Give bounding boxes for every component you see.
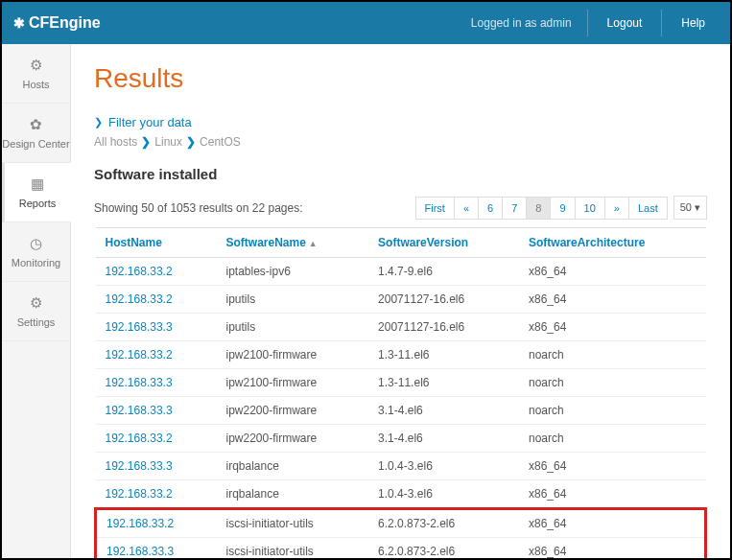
- software-name: ipw2100-firmware: [216, 341, 368, 369]
- pager-page-9[interactable]: 9: [550, 197, 575, 220]
- software-version: 6.2.0.873-2.el6: [368, 509, 519, 538]
- logged-in-text: Logged in as admin: [461, 16, 581, 30]
- software-arch: x86_64: [519, 286, 706, 314]
- sidebar-item-label: Design Center: [2, 138, 69, 150]
- software-version: 1.0.4-3.el6: [368, 453, 519, 480]
- pager: First«678910»Last50 ▾: [415, 196, 707, 220]
- brand-name: CFEngine: [29, 14, 101, 32]
- software-arch: noarch: [519, 369, 706, 397]
- host-link[interactable]: 192.168.33.2: [106, 517, 174, 530]
- showing-text: Showing 50 of 1053 results on 22 pages:: [94, 201, 303, 215]
- table-row: 192.168.33.2irqbalance1.0.4-3.el6x86_64: [96, 480, 706, 509]
- col-softwarearchitecture[interactable]: SoftwareArchitecture: [519, 228, 706, 258]
- table-row: 192.168.33.3iputils20071127-16.el6x86_64: [96, 314, 706, 341]
- table-row: 192.168.33.2iputils20071127-16.el6x86_64: [96, 286, 706, 314]
- software-arch: x86_64: [519, 258, 706, 286]
- table-row: 192.168.33.2iscsi-initiator-utils6.2.0.8…: [96, 509, 706, 538]
- pager-page-10[interactable]: 10: [575, 197, 605, 220]
- software-arch: noarch: [519, 425, 706, 453]
- software-name: ipw2200-firmware: [216, 425, 368, 453]
- chevron-right-icon: ❯: [141, 135, 151, 149]
- software-arch: noarch: [519, 397, 706, 425]
- pager-page-6[interactable]: 6: [478, 197, 503, 220]
- page-size-select[interactable]: 50 ▾: [673, 196, 707, 220]
- software-version: 1.4.7-9.el6: [368, 258, 519, 286]
- pager-first[interactable]: First: [415, 197, 455, 220]
- settings-icon: ⚙: [30, 294, 42, 312]
- host-link[interactable]: 192.168.33.3: [106, 320, 173, 334]
- software-name: iscsi-initiator-utils: [216, 538, 368, 559]
- pager-next[interactable]: »: [604, 197, 629, 220]
- host-link[interactable]: 192.168.33.2: [106, 265, 173, 278]
- pager-prev[interactable]: «: [454, 197, 479, 220]
- help-button[interactable]: Help: [668, 5, 719, 41]
- software-version: 3.1-4.el6: [368, 425, 519, 453]
- filter-label: Filter your data: [108, 115, 192, 129]
- table-row: 192.168.33.3irqbalance1.0.4-3.el6x86_64: [96, 453, 706, 480]
- pager-page-8[interactable]: 8: [526, 197, 551, 220]
- col-softwareversion[interactable]: SoftwareVersion: [368, 228, 519, 258]
- breadcrumb-link[interactable]: CentOS: [200, 135, 241, 149]
- breadcrumb: All hosts❯Linux❯CentOS: [94, 135, 707, 149]
- topbar: ✱ CFEngine Logged in as admin Logout Hel…: [2, 2, 730, 44]
- sidebar-item-label: Monitoring: [12, 257, 60, 268]
- software-arch: x86_64: [519, 480, 706, 509]
- pager-last[interactable]: Last: [628, 197, 668, 220]
- host-link[interactable]: 192.168.33.2: [106, 432, 173, 445]
- col-softwarename[interactable]: SoftwareName▲: [216, 228, 368, 258]
- divider: [661, 10, 662, 36]
- software-name: irqbalance: [216, 453, 368, 480]
- host-link[interactable]: 192.168.33.2: [106, 487, 173, 501]
- software-name: ipw2100-firmware: [216, 369, 368, 397]
- software-arch: noarch: [519, 341, 706, 369]
- software-name: irqbalance: [216, 480, 368, 509]
- breadcrumb-link[interactable]: Linux: [154, 135, 182, 149]
- sidebar-item-settings[interactable]: ⚙Settings: [2, 282, 70, 341]
- table-row: 192.168.33.3iscsi-initiator-utils6.2.0.8…: [96, 538, 706, 559]
- sidebar-item-hosts[interactable]: ⚙Hosts: [2, 44, 70, 104]
- software-version: 1.3-11.el6: [368, 341, 519, 369]
- software-name: iputils: [216, 286, 368, 314]
- table-row: 192.168.33.3ipw2200-firmware3.1-4.el6noa…: [96, 397, 706, 425]
- table-row: 192.168.33.2iptables-ipv61.4.7-9.el6x86_…: [96, 258, 706, 286]
- sidebar-item-label: Hosts: [22, 79, 49, 90]
- software-name: iscsi-initiator-utils: [216, 509, 368, 538]
- software-arch: x86_64: [519, 453, 706, 480]
- brand: ✱ CFEngine: [13, 14, 101, 32]
- software-version: 6.2.0.873-2.el6: [368, 538, 519, 559]
- filter-toggle[interactable]: ❯ Filter your data: [94, 115, 192, 129]
- software-version: 20071127-16.el6: [368, 286, 519, 314]
- host-link[interactable]: 192.168.33.3: [106, 459, 173, 473]
- divider: [587, 10, 588, 36]
- page-title: Results: [94, 63, 707, 94]
- software-version: 3.1-4.el6: [368, 397, 519, 425]
- topbar-right: Logged in as admin Logout Help: [461, 5, 719, 41]
- main-content: Results ❯ Filter your data All hosts❯Lin…: [71, 44, 730, 558]
- reports-icon: ▦: [31, 175, 44, 193]
- pager-page-7[interactable]: 7: [502, 197, 527, 220]
- design-center-icon: ✿: [30, 116, 42, 133]
- logout-button[interactable]: Logout: [594, 5, 656, 41]
- sidebar-item-label: Settings: [17, 316, 56, 328]
- host-link[interactable]: 192.168.33.2: [106, 348, 173, 362]
- host-link[interactable]: 192.168.33.3: [106, 404, 173, 417]
- chevron-right-icon: ❯: [94, 116, 103, 128]
- software-arch: x86_64: [519, 509, 706, 538]
- sidebar-item-label: Reports: [19, 198, 57, 209]
- monitoring-icon: ◷: [30, 235, 42, 252]
- host-link[interactable]: 192.168.33.3: [106, 376, 173, 389]
- sidebar-item-design-center[interactable]: ✿Design Center: [2, 104, 70, 163]
- sidebar-item-reports[interactable]: ▦Reports: [2, 163, 71, 222]
- report-subtitle: Software installed: [94, 166, 707, 182]
- brand-icon: ✱: [13, 15, 25, 31]
- software-name: ipw2200-firmware: [216, 397, 368, 425]
- col-hostname[interactable]: HostName: [96, 228, 217, 258]
- software-version: 20071127-16.el6: [368, 314, 519, 341]
- sidebar-item-monitoring[interactable]: ◷Monitoring: [2, 222, 70, 282]
- results-table: HostNameSoftwareName▲SoftwareVersionSoft…: [94, 227, 707, 558]
- software-version: 1.3-11.el6: [368, 369, 519, 397]
- breadcrumb-link[interactable]: All hosts: [94, 135, 137, 149]
- host-link[interactable]: 192.168.33.3: [106, 545, 174, 558]
- host-link[interactable]: 192.168.33.2: [106, 292, 173, 306]
- sort-caret-icon: ▲: [309, 239, 318, 248]
